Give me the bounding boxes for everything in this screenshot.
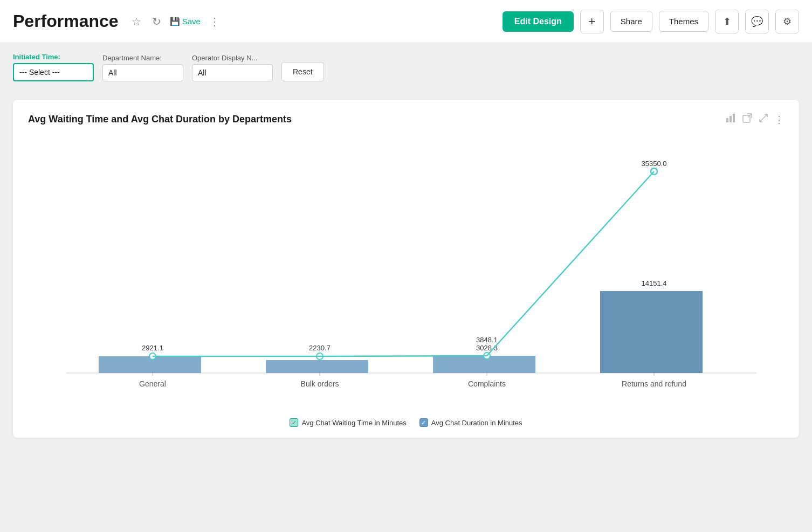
chart-card: Avg Waiting Time and Avg Chat Duration b…	[13, 100, 799, 438]
external-link-icon[interactable]	[742, 113, 753, 126]
legend-waiting-checkbox[interactable]: ✓	[290, 418, 298, 427]
label-returns-duration: 14151.4	[642, 279, 667, 287]
chart-svg: 2921.1 2230.7 3848.1 3028.3 35350.0	[28, 130, 784, 411]
legend-waiting: ✓ Avg Chat Waiting Time in Minutes	[290, 418, 406, 427]
bar-returns-duration	[600, 291, 703, 373]
x-label-complaints: Complaints	[468, 379, 506, 388]
kebab-menu-icon[interactable]: ⋮	[774, 114, 784, 126]
refresh-button[interactable]: ↻	[150, 13, 163, 30]
legend-waiting-label: Avg Chat Waiting Time in Minutes	[301, 419, 406, 427]
bar-bulkorders-duration	[266, 360, 368, 373]
reset-button[interactable]: Reset	[281, 62, 324, 81]
svg-rect-2	[733, 114, 735, 122]
edit-design-button[interactable]: Edit Design	[503, 11, 574, 32]
label-bulkorders-waiting: 2230.7	[309, 344, 331, 352]
export-button[interactable]: ⬆	[715, 10, 739, 33]
header: Performance ☆ ↻ 💾 Save ⋮ Edit Design + S…	[0, 0, 812, 43]
legend-duration-checkbox[interactable]: ✓	[419, 418, 428, 427]
x-label-returns: Returns and refund	[622, 379, 686, 388]
chart-legend: ✓ Avg Chat Waiting Time in Minutes ✓ Avg…	[28, 418, 784, 427]
department-name-filter: Department Name: All	[102, 54, 183, 81]
save-button[interactable]: 💾 Save	[170, 17, 201, 26]
label-complaints-waiting: 3848.1	[476, 336, 498, 344]
x-label-general: General	[139, 379, 166, 388]
comment-icon: 💬	[751, 16, 763, 27]
add-button[interactable]: +	[580, 10, 604, 33]
operator-display-label: Operator Display N...	[192, 54, 273, 62]
operator-display-filter: Operator Display N... All	[192, 54, 273, 81]
gear-icon: ⚙	[783, 16, 792, 27]
share-button[interactable]: Share	[610, 11, 652, 32]
legend-duration: ✓ Avg Chat Duration in Minutes	[419, 418, 522, 427]
chart-title: Avg Waiting Time and Avg Chat Duration b…	[28, 114, 726, 125]
favorite-button[interactable]: ☆	[129, 13, 143, 30]
label-general-waiting: 2921.1	[142, 344, 163, 352]
settings-button[interactable]: ⚙	[775, 10, 799, 33]
waiting-time-line	[153, 171, 654, 356]
filters-bar: Initiated Time: --- Select --- Departmen…	[0, 43, 812, 91]
initiated-time-select[interactable]: --- Select ---	[13, 63, 94, 81]
themes-button[interactable]: Themes	[659, 11, 708, 32]
expand-icon[interactable]	[758, 113, 769, 126]
department-name-select[interactable]: All	[102, 64, 183, 81]
svg-rect-1	[730, 116, 732, 122]
x-label-bulkorders: Bulk orders	[301, 379, 339, 388]
more-options-button[interactable]: ⋮	[207, 13, 222, 30]
svg-rect-0	[726, 118, 728, 122]
chart-toolbar: ⋮	[726, 113, 784, 126]
chart-area: 2921.1 2230.7 3848.1 3028.3 35350.0	[28, 130, 784, 413]
export-icon: ⬆	[723, 16, 731, 27]
comment-button[interactable]: 💬	[745, 10, 769, 33]
chart-header: Avg Waiting Time and Avg Chat Duration b…	[28, 113, 784, 126]
save-icon: 💾	[170, 17, 180, 26]
operator-display-select[interactable]: All	[192, 64, 273, 81]
initiated-time-filter: Initiated Time: --- Select ---	[13, 53, 94, 81]
label-returns-waiting: 35350.0	[642, 160, 667, 168]
initiated-time-label: Initiated Time:	[13, 53, 94, 61]
bar-chart-icon[interactable]	[726, 113, 737, 126]
department-name-label: Department Name:	[102, 54, 183, 62]
page-title: Performance	[13, 11, 119, 31]
legend-duration-label: Avg Chat Duration in Minutes	[431, 419, 522, 427]
